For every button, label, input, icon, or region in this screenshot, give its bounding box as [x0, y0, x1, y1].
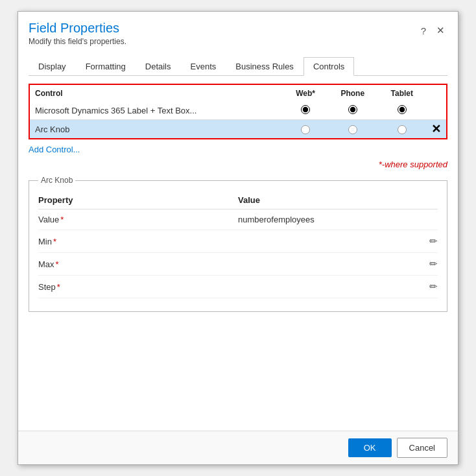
prop-val-max — [238, 253, 398, 276]
radio-empty-tablet[interactable] — [398, 125, 407, 134]
prop-col-header-action — [398, 191, 438, 209]
radio-web-arcknob[interactable] — [283, 120, 327, 139]
close-button[interactable]: ✕ — [434, 23, 447, 38]
prop-label-max: Max* — [38, 253, 238, 276]
prop-row-step: Step* ✏ — [38, 276, 438, 298]
radio-empty-web[interactable] — [301, 125, 310, 134]
tabs-bar: Display Formatting Details Events Busine… — [29, 56, 447, 76]
prop-val-step — [238, 276, 398, 298]
control-name-arcknob: Arc Knob — [30, 120, 283, 139]
remove-cell[interactable]: ✕ — [426, 120, 446, 139]
arc-knob-legend: Arc Knob — [38, 176, 75, 185]
tab-events[interactable]: Events — [181, 57, 226, 76]
radio-web-ms365[interactable] — [283, 102, 327, 120]
tab-display[interactable]: Display — [29, 57, 76, 76]
col-header-phone: Phone — [327, 85, 378, 102]
supported-note: *-where supported — [29, 160, 447, 169]
prop-label-min: Min* — [38, 230, 238, 253]
dialog-subtitle: Modify this field's properties. — [29, 37, 126, 46]
help-button[interactable]: ? — [418, 24, 429, 38]
edit-max-button[interactable]: ✏ — [429, 258, 438, 270]
add-control-link[interactable]: Add Control... — [29, 145, 80, 154]
control-name-ms365: Microsoft Dynamics 365 Label + Text Box.… — [30, 102, 283, 120]
controls-table: Control Web* Phone Tablet Microsoft Dyna… — [30, 85, 446, 138]
dialog-body: Control Web* Phone Tablet Microsoft Dyna… — [18, 76, 458, 431]
table-row: Arc Knob ✕ — [30, 120, 446, 139]
prop-action-step[interactable]: ✏ — [398, 276, 438, 298]
col-header-web: Web* — [283, 85, 327, 102]
properties-table: Property Value Value* numberofemployees — [38, 191, 438, 298]
arc-knob-section: Arc Knob Property Value Value* nu — [29, 176, 447, 312]
radio-tablet-ms365[interactable] — [378, 102, 426, 120]
radio-phone-ms365[interactable] — [327, 102, 378, 120]
tab-controls[interactable]: Controls — [303, 57, 354, 76]
ok-button[interactable]: OK — [348, 438, 392, 457]
prop-label-value: Value* — [38, 209, 238, 230]
prop-action-value — [398, 209, 438, 230]
edit-min-button[interactable]: ✏ — [429, 235, 438, 247]
prop-val-value: numberofemployees — [238, 209, 398, 230]
prop-val-min — [238, 230, 398, 253]
edit-step-button[interactable]: ✏ — [429, 281, 438, 292]
table-row: Microsoft Dynamics 365 Label + Text Box.… — [30, 102, 446, 120]
controls-table-wrapper: Control Web* Phone Tablet Microsoft Dyna… — [29, 84, 447, 139]
tab-formatting[interactable]: Formatting — [76, 57, 136, 76]
required-star: * — [60, 215, 64, 224]
cancel-button[interactable]: Cancel — [397, 438, 447, 458]
tab-details[interactable]: Details — [136, 57, 181, 76]
radio-empty-phone[interactable] — [348, 125, 357, 134]
prop-action-max[interactable]: ✏ — [398, 253, 438, 276]
remove-arcknob-button[interactable]: ✕ — [431, 123, 441, 135]
required-star: * — [57, 282, 60, 292]
dialog-title-area: Field Properties Modify this field's pro… — [29, 21, 126, 46]
required-star: * — [53, 237, 56, 246]
field-properties-dialog: Field Properties Modify this field's pro… — [18, 11, 458, 465]
col-header-control: Control — [30, 85, 283, 102]
prop-row-value: Value* numberofemployees — [38, 209, 438, 230]
tab-business-rules[interactable]: Business Rules — [226, 57, 303, 76]
prop-action-min[interactable]: ✏ — [398, 230, 438, 253]
col-header-tablet: Tablet — [378, 85, 426, 102]
required-star: * — [56, 259, 59, 269]
prop-col-header-property: Property — [38, 191, 238, 209]
dialog-title: Field Properties — [29, 21, 126, 36]
prop-col-header-value: Value — [238, 191, 398, 209]
radio-tablet-arcknob[interactable] — [378, 120, 426, 139]
radio-phone-arcknob[interactable] — [327, 120, 378, 139]
prop-row-max: Max* ✏ — [38, 253, 438, 276]
prop-label-step: Step* — [38, 276, 238, 298]
dialog-header: Field Properties Modify this field's pro… — [18, 12, 458, 50]
dialog-header-actions: ? ✕ — [418, 23, 447, 38]
prop-row-min: Min* ✏ — [38, 230, 438, 253]
dialog-footer: OK Cancel — [18, 431, 458, 464]
